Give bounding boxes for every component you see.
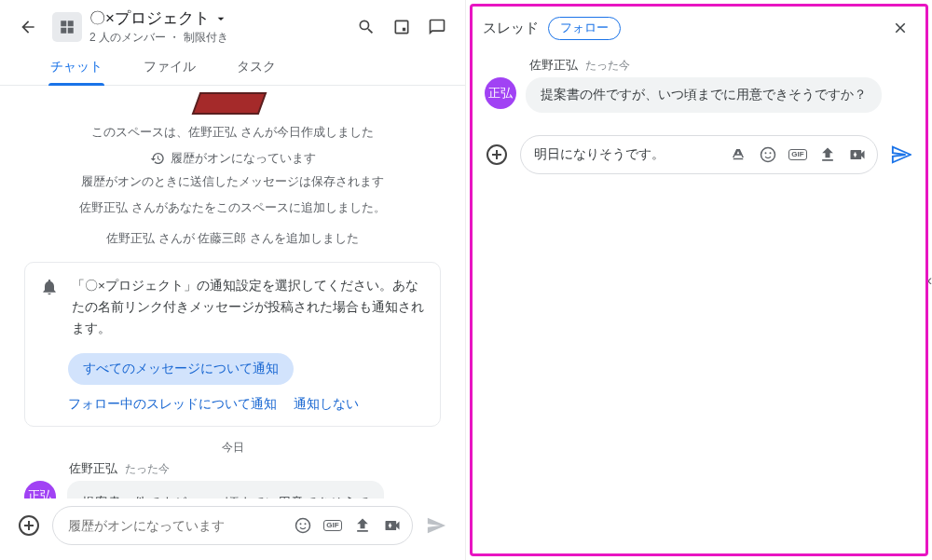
svg-point-6	[765, 152, 767, 154]
tab-tasks[interactable]: タスク	[235, 49, 278, 85]
thread-upload-button[interactable]	[814, 141, 842, 169]
thread-sender: 佐野正弘	[529, 58, 578, 74]
upload-button[interactable]	[349, 512, 377, 540]
close-icon	[892, 20, 909, 36]
emoji-icon	[759, 145, 777, 164]
thread-title: スレッド	[483, 20, 539, 37]
thread-add-button[interactable]	[481, 139, 513, 171]
popout-icon	[392, 18, 411, 36]
collapse-handle-icon[interactable]: ‹	[927, 272, 932, 289]
thread-gif-button[interactable]: GIF	[784, 141, 812, 169]
thread-compose-box[interactable]: GIF	[520, 135, 878, 174]
tab-files[interactable]: ファイル	[142, 49, 198, 85]
send-icon	[426, 515, 446, 536]
chat-panel-button[interactable]	[420, 10, 454, 44]
gif-button[interactable]: GIF	[319, 512, 347, 540]
upload-icon	[353, 516, 372, 535]
compose-box[interactable]: GIF	[52, 506, 413, 545]
follow-button[interactable]: フォロー	[548, 17, 621, 40]
added-other-info: 佐野正弘 さんが 佐藤三郎 さんを追加しました	[47, 229, 419, 249]
svg-point-2	[300, 523, 302, 525]
svg-point-3	[305, 523, 307, 525]
upload-icon	[818, 145, 837, 164]
svg-point-5	[761, 148, 775, 162]
history-icon	[150, 151, 165, 166]
sender-avatar: 正弘	[24, 481, 56, 499]
notify-all-button[interactable]: すべてのメッセージについて通知	[68, 353, 294, 385]
message-group: 佐野正弘 たった今 正弘 提案書の件ですが、いつ頃までに用意できそうですか？	[19, 461, 446, 499]
space-title-row[interactable]: 〇×プロジェクト	[89, 7, 342, 29]
svg-point-7	[770, 152, 772, 154]
plus-circle-icon	[18, 514, 40, 537]
chat-bubble-icon	[428, 18, 446, 36]
message-time: たった今	[125, 462, 170, 476]
arrow-left-icon	[19, 18, 37, 36]
gif-icon: GIF	[323, 520, 341, 531]
back-button[interactable]	[11, 10, 45, 44]
emoji-button[interactable]	[289, 512, 317, 540]
plus-circle-icon	[486, 143, 508, 166]
thread-orig-bubble[interactable]: 提案書の件ですが、いつ頃までに用意できそうですか？	[526, 77, 882, 113]
close-button[interactable]	[885, 13, 915, 43]
chevron-down-icon	[213, 11, 228, 26]
emoji-icon	[294, 516, 312, 535]
gif-icon: GIF	[788, 149, 806, 160]
send-icon	[891, 144, 911, 165]
created-info: このスペースは、佐野正弘 さんが今日作成しました	[47, 123, 419, 143]
history-status: 履歴がオンになっています	[19, 150, 446, 167]
notification-card-text: 「〇×プロジェクト」の通知設定を選択してください。あなたの名前リンク付きメッセー…	[72, 276, 425, 340]
video-plus-icon	[383, 516, 402, 535]
video-add-button[interactable]	[378, 512, 406, 540]
notification-settings-card: 「〇×プロジェクト」の通知設定を選択してください。あなたの名前リンク付きメッセー…	[24, 262, 441, 427]
thread-avatar: 正弘	[485, 77, 516, 109]
space-subtitle: 2 人のメンバー ・ 制限付き	[89, 30, 342, 46]
compose-add-button[interactable]	[13, 510, 45, 541]
thread-format-button[interactable]	[724, 141, 752, 169]
space-title: 〇×プロジェクト	[89, 7, 210, 29]
thread-reply-input[interactable]	[534, 147, 722, 162]
added-you-info: 佐野正弘 さんがあなたをこのスペースに追加しました。	[47, 198, 419, 218]
thread-time: たった今	[585, 59, 630, 73]
bell-icon	[40, 278, 59, 296]
thread-video-button[interactable]	[843, 141, 871, 169]
search-button[interactable]	[350, 10, 383, 44]
search-icon	[357, 18, 376, 36]
grid-icon	[59, 19, 75, 35]
notify-following-button[interactable]: フォロー中のスレッドについて通知	[68, 396, 277, 413]
thread-emoji-button[interactable]	[754, 141, 782, 169]
space-avatar	[52, 12, 82, 42]
svg-point-1	[296, 519, 310, 533]
tab-chat[interactable]: チャット	[48, 49, 104, 85]
date-separator: 今日	[19, 440, 446, 456]
tab-bar: チャット ファイル タスク	[0, 46, 465, 86]
thread-send-button[interactable]	[885, 139, 917, 171]
video-plus-icon	[848, 145, 867, 164]
history-on-label: 履歴がオンになっています	[171, 150, 316, 167]
popout-button[interactable]	[385, 10, 418, 44]
send-button[interactable]	[420, 510, 452, 541]
text-format-icon	[730, 146, 747, 163]
decorative-shape-icon	[191, 91, 275, 117]
message-bubble[interactable]: 提案書の件ですが、いつ頃までに用意できそうですか？	[67, 481, 384, 499]
compose-input[interactable]	[68, 518, 287, 533]
message-sender: 佐野正弘	[69, 461, 117, 477]
notify-none-button[interactable]: 通知しない	[294, 396, 359, 413]
history-note: 履歴がオンのときに送信したメッセージは保存されます	[47, 172, 419, 192]
